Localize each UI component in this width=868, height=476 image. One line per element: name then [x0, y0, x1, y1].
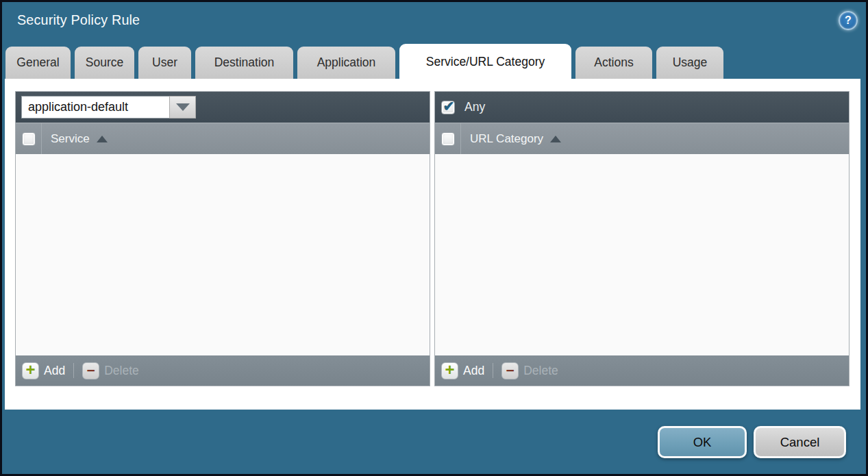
ok-button[interactable]: OK	[658, 426, 747, 458]
tab-user[interactable]: User	[138, 47, 191, 79]
dialog-title: Security Policy Rule	[17, 12, 140, 28]
sort-ascending-icon[interactable]	[550, 136, 561, 142]
service-type-combo	[21, 96, 196, 118]
chevron-down-icon	[176, 103, 190, 111]
tab-general[interactable]: General	[5, 47, 71, 79]
add-label: Add	[44, 364, 65, 378]
toolbar-divider	[73, 363, 74, 378]
service-select-all-checkbox[interactable]	[22, 132, 36, 146]
delete-label: Delete	[104, 364, 139, 378]
url-category-panel: ✔ Any URL Category + Add −	[434, 91, 850, 386]
service-panel: Service + Add − Delete	[15, 91, 430, 386]
delete-icon: −	[82, 362, 99, 379]
plus-glyph: +	[445, 363, 454, 377]
sort-ascending-icon[interactable]	[97, 136, 108, 142]
tab-destination[interactable]: Destination	[195, 47, 293, 79]
service-table-body	[16, 154, 430, 355]
url-category-topbar: ✔ Any	[435, 92, 849, 123]
service-table-header: Service	[16, 123, 430, 154]
url-category-add-button[interactable]: + Add	[441, 362, 484, 379]
any-label: Any	[464, 100, 485, 114]
url-category-table-header: URL Category	[435, 123, 849, 154]
tab-application[interactable]: Application	[297, 47, 395, 79]
service-column-header[interactable]: Service	[51, 132, 90, 146]
plus-glyph: +	[25, 363, 35, 377]
url-category-select-all-checkbox[interactable]	[441, 132, 455, 146]
service-delete-button[interactable]: − Delete	[82, 362, 139, 379]
add-icon: +	[441, 362, 458, 379]
add-label: Add	[463, 364, 484, 378]
service-type-dropdown-button[interactable]	[169, 96, 196, 118]
tab-usage[interactable]: Usage	[656, 47, 723, 79]
url-category-select-all-cell	[435, 123, 461, 154]
delete-label: Delete	[523, 364, 558, 378]
any-checkbox[interactable]: ✔	[441, 101, 455, 114]
delete-icon: −	[501, 362, 519, 379]
tab-bar: General Source User Destination Applicat…	[5, 43, 723, 79]
url-category-table-body	[435, 154, 849, 355]
tab-source[interactable]: Source	[75, 47, 134, 79]
minus-glyph: −	[87, 364, 95, 377]
service-type-input[interactable]	[21, 96, 169, 118]
url-category-delete-button[interactable]: − Delete	[501, 362, 558, 379]
security-policy-rule-dialog: Security Policy Rule ? General Source Us…	[0, 0, 868, 476]
add-icon: +	[22, 362, 39, 379]
service-topbar	[16, 92, 430, 123]
service-add-button[interactable]: + Add	[22, 362, 65, 379]
tab-service-url-category[interactable]: Service/URL Category	[399, 44, 571, 79]
help-icon[interactable]: ?	[839, 11, 858, 30]
service-select-all-cell	[16, 123, 42, 154]
help-glyph: ?	[845, 14, 852, 27]
url-category-toolbar: + Add − Delete	[435, 355, 849, 386]
tab-actions[interactable]: Actions	[575, 47, 652, 79]
url-category-column-header[interactable]: URL Category	[470, 132, 543, 146]
cancel-button[interactable]: Cancel	[754, 426, 846, 458]
checkmark-icon: ✔	[443, 99, 455, 113]
service-toolbar: + Add − Delete	[16, 355, 430, 386]
minus-glyph: −	[506, 364, 514, 377]
toolbar-divider	[493, 363, 493, 378]
